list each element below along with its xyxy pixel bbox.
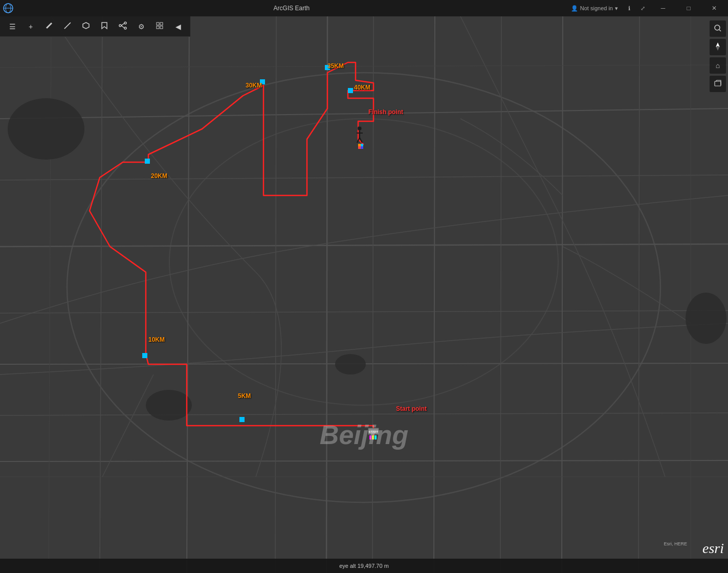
north-button[interactable] (710, 39, 726, 55)
bookmark-button[interactable] (96, 18, 113, 35)
titlebar-controls: 👤 Not signed in ▾ ℹ ⤢ ─ □ ✕ (567, 0, 728, 16)
svg-rect-52 (361, 146, 363, 149)
svg-line-22 (187, 16, 189, 573)
svg-line-20 (0, 460, 728, 461)
measure-button[interactable] (59, 18, 76, 35)
svg-rect-62 (715, 81, 721, 86)
label-35km: 35KM (327, 62, 344, 70)
svg-point-5 (119, 25, 121, 27)
restore-icon: □ (687, 5, 690, 12)
svg-line-29 (638, 16, 639, 573)
close-button[interactable]: ✕ (702, 0, 726, 16)
right-sidebar: ⌂ (708, 16, 728, 92)
label-20km: 20KM (151, 172, 167, 180)
scene-button[interactable] (78, 18, 94, 35)
label-5km: 5KM (238, 392, 251, 400)
north-icon (714, 42, 722, 53)
info-icon: ℹ (628, 5, 630, 12)
toolbar: ☰ + (0, 16, 190, 37)
settings-icon: ⚙ (138, 23, 145, 31)
svg-line-7 (121, 26, 124, 28)
map-svg: START (0, 16, 728, 573)
svg-point-34 (8, 98, 84, 160)
user-icon: 👤 (571, 5, 578, 12)
svg-rect-40 (145, 159, 150, 164)
esri-logo: esri (702, 540, 724, 557)
app-icon (0, 0, 16, 16)
svg-line-17 (0, 311, 728, 313)
label-10km: 10KM (148, 336, 165, 343)
draw-button[interactable] (41, 18, 57, 35)
svg-rect-9 (160, 23, 163, 25)
measure-icon (63, 21, 72, 31)
minimize-button[interactable]: ─ (651, 0, 675, 16)
svg-line-27 (500, 16, 501, 573)
titlebar: ArcGIS Earth 👤 Not signed in ▾ ℹ ⤢ ─ □ ✕ (0, 0, 728, 16)
svg-point-58 (715, 25, 720, 30)
close-icon: ✕ (712, 5, 717, 12)
svg-line-19 (0, 413, 728, 415)
expand-button[interactable]: ⤢ (636, 3, 649, 14)
svg-line-14 (0, 108, 728, 119)
menu-button[interactable]: ☰ (4, 18, 20, 35)
svg-rect-11 (160, 26, 163, 29)
info-button[interactable]: ℹ (624, 3, 634, 14)
svg-rect-57 (374, 435, 377, 439)
status-text: eye alt 19,497.70 m (339, 563, 389, 569)
svg-point-37 (335, 354, 366, 374)
svg-rect-49 (358, 144, 361, 146)
dropdown-arrow: ▾ (615, 5, 618, 12)
svg-point-44 (358, 126, 362, 130)
layers-3d-button[interactable] (710, 76, 726, 92)
layers-3d-icon (714, 79, 722, 89)
share-button[interactable] (115, 18, 131, 35)
svg-point-12 (67, 73, 660, 502)
label-finish: Finish point (368, 108, 403, 116)
svg-marker-61 (716, 46, 720, 51)
svg-line-21 (100, 16, 102, 573)
svg-rect-43 (348, 88, 353, 93)
svg-point-3 (124, 22, 126, 24)
svg-text:START: START (368, 430, 379, 433)
svg-rect-51 (358, 146, 361, 149)
scene-icon (82, 21, 90, 31)
share-icon (119, 21, 127, 31)
layers-button[interactable] (151, 18, 168, 35)
svg-rect-10 (157, 26, 159, 29)
search-icon (714, 24, 722, 34)
svg-rect-50 (361, 144, 363, 146)
menu-icon: ☰ (9, 23, 16, 31)
bookmark-icon (101, 21, 108, 31)
svg-point-4 (124, 27, 126, 29)
map-view[interactable]: Beijing (0, 16, 728, 573)
svg-point-36 (686, 293, 726, 344)
svg-line-28 (562, 16, 563, 573)
svg-rect-39 (142, 353, 147, 358)
restore-button[interactable]: □ (677, 0, 700, 16)
expand-icon: ⤢ (641, 5, 645, 12)
home-icon: ⌂ (716, 61, 720, 70)
label-30km: 30KM (246, 82, 262, 89)
svg-rect-55 (369, 435, 371, 439)
collapse-button[interactable]: ◀ (170, 18, 186, 35)
svg-point-35 (146, 390, 192, 421)
label-40km: 40KM (354, 84, 370, 91)
svg-line-59 (719, 30, 721, 31)
add-icon: + (29, 23, 33, 31)
draw-icon (45, 21, 53, 31)
svg-rect-8 (157, 23, 159, 25)
user-menu-button[interactable]: 👤 Not signed in ▾ (567, 3, 622, 14)
search-button[interactable] (710, 20, 726, 37)
svg-rect-38 (239, 417, 245, 422)
collapse-icon: ◀ (175, 23, 181, 31)
svg-line-6 (121, 24, 124, 26)
home-button[interactable]: ⌂ (710, 57, 726, 74)
label-start: Start point (396, 405, 427, 412)
layers-icon (156, 21, 164, 31)
svg-line-23 (275, 16, 276, 573)
settings-button[interactable]: ⚙ (133, 18, 149, 35)
add-button[interactable]: + (23, 18, 39, 35)
user-label: Not signed in (580, 5, 613, 11)
app-title: ArcGIS Earth (16, 5, 567, 12)
svg-rect-56 (372, 435, 374, 439)
